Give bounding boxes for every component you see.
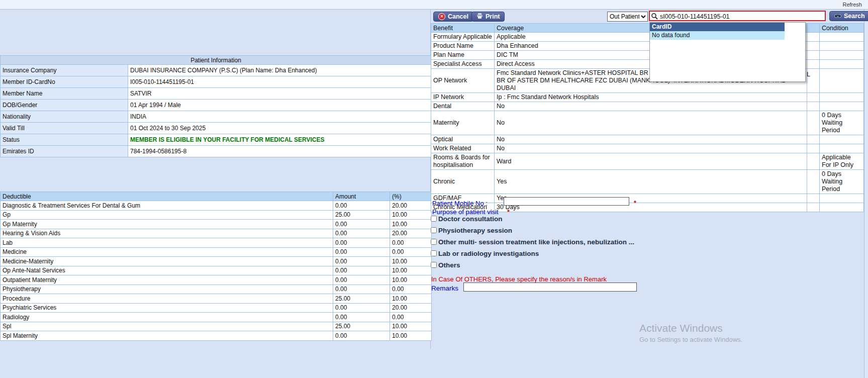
patient-info-row: StatusMEMBER IS ELIGIBLE IN YOUR FACILIT… <box>1 134 432 146</box>
patient-info-label: Member Name <box>1 88 128 100</box>
benefit-spacer <box>807 153 820 170</box>
deductible-percent: 10.00 <box>390 257 432 266</box>
deductible-amount: 0.00 <box>333 220 390 229</box>
patient-info-value: MEMBER IS ELIGIBLE IN YOUR FACILITY FOR … <box>128 134 432 146</box>
deductible-percent: 10.00 <box>390 322 432 331</box>
search-button[interactable]: Search <box>829 11 868 21</box>
benefit-condition: 0 Days Waiting Period <box>820 111 864 135</box>
purpose-option-checkbox[interactable] <box>431 216 437 222</box>
purpose-option-label: Physiotherapy session <box>438 227 512 234</box>
patient-info-row: DOB/Gender01 Apr 1994 / Male <box>1 100 432 111</box>
deductible-amount: 0.00 <box>333 201 390 211</box>
deductible-percent: 10.00 <box>390 294 432 304</box>
benefit-coverage: Ward <box>495 153 807 170</box>
benefit-spacer <box>807 33 820 42</box>
activate-windows-watermark: Activate Windows <box>639 322 723 334</box>
patient-info-label: Emirates ID <box>1 146 128 157</box>
benefit-condition <box>820 102 864 111</box>
window-edge-scroll-strip[interactable] <box>864 10 868 378</box>
deductible-row: Spl25.0010.00 <box>1 322 432 331</box>
benefit-condition <box>820 144 864 153</box>
benefit-coverage: No <box>495 135 807 144</box>
purpose-option-checkbox[interactable] <box>431 250 437 256</box>
deductible-service: Spl <box>1 322 333 331</box>
benefit-name: Optical <box>431 135 495 144</box>
deductible-percent: 10.00 <box>390 331 432 341</box>
benefit-spacer <box>807 51 820 60</box>
deductible-percent: 10.00 <box>390 266 432 275</box>
benefit-condition <box>820 42 864 51</box>
deductible-row: Spl Maternity0.0010.00 <box>1 331 432 341</box>
print-button[interactable]: Print <box>471 12 505 22</box>
cancel-x-icon: ✕ <box>438 13 445 20</box>
cancel-button-label: Cancel <box>448 13 468 20</box>
deductible-service: Outpatient Maternity <box>1 275 333 285</box>
deductible-amount: 0.00 <box>333 303 390 313</box>
cardid-no-data-row: No data found <box>650 31 785 40</box>
printer-icon <box>476 13 483 20</box>
patient-info-row: Emirates ID784-1994-0586195-8 <box>1 146 432 157</box>
benefit-spacer <box>807 170 820 194</box>
purpose-option-checkbox[interactable] <box>431 227 437 233</box>
benefit-condition: Applicable For IP Only <box>820 153 864 170</box>
patient-info-value: 01 Oct 2024 to 30 Sep 2025 <box>128 123 432 134</box>
deductible-percent: 0.00 <box>390 313 432 322</box>
deductible-service: Diagnostic & Treatment Services For Dent… <box>1 201 333 211</box>
benefit-condition <box>820 33 864 42</box>
benefit-spacer <box>807 93 820 102</box>
benefit-condition <box>820 60 864 69</box>
purpose-option-row: Physiotherapy session <box>431 226 634 234</box>
print-button-label: Print <box>486 13 500 20</box>
condition-column-header: Condition <box>820 24 864 33</box>
deductible-column-header: Amount <box>333 192 390 201</box>
deductible-percent: 0.00 <box>390 285 432 294</box>
deductible-row: Lab0.000.00 <box>1 238 432 248</box>
benefit-condition <box>820 51 864 60</box>
top-bar: Refresh <box>0 0 868 10</box>
others-remark-note: In Case Of OTHERS, Please specify the re… <box>431 275 607 283</box>
deductible-service: Physiotherapy <box>1 285 333 294</box>
card-search-input[interactable] <box>659 12 826 21</box>
benefit-coverage: No <box>495 102 807 111</box>
deductible-amount: 0.00 <box>333 247 390 257</box>
benefit-spacer <box>807 102 820 111</box>
benefit-spacer <box>807 60 820 69</box>
deductible-row: Diagnostic & Treatment Services For Dent… <box>1 201 432 211</box>
deductible-amount: 0.00 <box>333 331 390 341</box>
benefit-condition <box>820 203 864 212</box>
deductible-amount: 0.00 <box>333 238 390 248</box>
cancel-button[interactable]: ✕ Cancel <box>433 12 473 22</box>
patient-info-label: Status <box>1 134 128 146</box>
purpose-options-list: Doctor consultationPhysiotherapy session… <box>431 215 634 272</box>
purpose-option-checkbox[interactable] <box>431 239 437 245</box>
benefit-name: IP Network <box>431 93 495 102</box>
deductible-percent: 10.00 <box>390 275 432 285</box>
deductible-service: Medicine <box>1 247 333 257</box>
deductible-row: Procedure25.0010.00 <box>1 294 432 304</box>
deductible-column-header: Deductible <box>1 192 333 201</box>
purpose-option-label: Doctor consultation <box>438 215 503 223</box>
patient-information-title: Patient Information <box>1 56 432 65</box>
patient-mobile-input[interactable] <box>504 197 629 206</box>
remarks-input[interactable] <box>463 282 637 292</box>
deductible-row: Radiology0.000.00 <box>1 313 432 322</box>
benefit-column-header: Benefit <box>431 24 495 33</box>
deductible-amount: 0.00 <box>333 313 390 322</box>
activate-windows-watermark-subtext: Go to Settings to activate Windows. <box>639 336 742 343</box>
benefit-spacer <box>807 42 820 51</box>
deductible-service: Gp <box>1 210 333 220</box>
patient-type-select[interactable]: Out Patient <box>607 12 648 22</box>
deductible-row: Psychiatric Services0.0020.00 <box>1 303 432 313</box>
purpose-option-checkbox[interactable] <box>431 262 437 268</box>
deductible-amount: 25.00 <box>333 210 390 220</box>
deductible-percent: 20.00 <box>390 229 432 238</box>
benefit-spacer <box>807 194 820 203</box>
deductible-amount: 0.00 <box>333 275 390 285</box>
refresh-link[interactable]: Refresh <box>842 2 862 8</box>
cardid-dropdown-header: CardID <box>650 23 785 31</box>
search-button-label: Search <box>844 13 865 20</box>
benefit-spacer <box>807 135 820 144</box>
benefit-row: Work RelatedNo <box>431 144 864 153</box>
patient-info-value: 01 Apr 1994 / Male <box>128 100 432 111</box>
purpose-option-row: Other multi- session treatment like inje… <box>431 238 634 246</box>
